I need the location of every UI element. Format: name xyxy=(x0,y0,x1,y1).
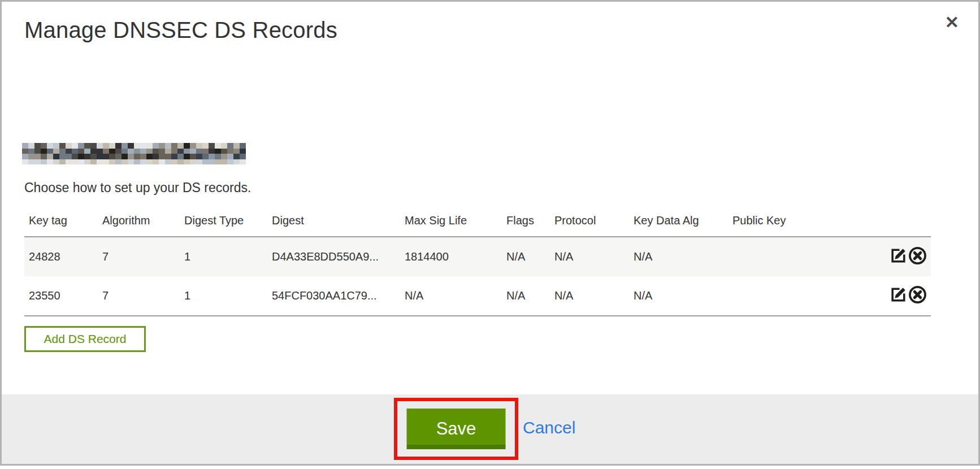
modal-footer: Save Cancel xyxy=(2,394,978,464)
table-cell xyxy=(728,276,818,316)
table-header-row: Key tagAlgorithmDigest TypeDigestMax Sig… xyxy=(24,206,931,237)
close-icon[interactable]: ✕ xyxy=(945,14,959,31)
header-cell: Public Key xyxy=(728,206,818,237)
domain-name-redacted xyxy=(22,143,246,164)
annotation-highlight-box: Save xyxy=(394,398,518,460)
header-cell: Protocol xyxy=(550,206,629,237)
header-cell: Digest xyxy=(267,206,400,237)
table-cell: 1814400 xyxy=(400,237,502,276)
header-cell: Digest Type xyxy=(180,206,267,237)
row-actions xyxy=(818,237,931,276)
table-cell: N/A xyxy=(502,276,550,316)
table-body: 2482871D4A33E8DD550A9...1814400N/AN/AN/A… xyxy=(24,237,931,316)
dnssec-modal: Manage DNSSEC DS Records ✕ Choose how to… xyxy=(0,0,980,466)
page-title: Manage DNSSEC DS Records xyxy=(24,18,337,43)
table-cell: 24828 xyxy=(24,237,98,276)
header-cell: Algorithm xyxy=(98,206,180,237)
header-cell: Flags xyxy=(502,206,550,237)
row-actions xyxy=(818,276,931,316)
table-cell: N/A xyxy=(629,276,728,316)
table-cell: N/A xyxy=(550,276,629,316)
table-cell: N/A xyxy=(629,237,728,276)
table-row: 2482871D4A33E8DD550A9...1814400N/AN/AN/A xyxy=(24,237,931,276)
cancel-link[interactable]: Cancel xyxy=(523,418,575,437)
table-cell: D4A33E8DD550A9... xyxy=(267,237,400,276)
table-cell xyxy=(728,237,818,276)
table-cell: 23550 xyxy=(24,276,98,316)
delete-icon[interactable] xyxy=(908,246,927,268)
ds-records-table: Key tagAlgorithmDigest TypeDigestMax Sig… xyxy=(24,206,931,316)
table-cell: 7 xyxy=(98,276,180,316)
table-cell: 1 xyxy=(180,237,267,276)
table-cell: 7 xyxy=(98,237,180,276)
delete-icon[interactable] xyxy=(908,285,927,307)
save-button[interactable]: Save xyxy=(407,409,506,449)
table-cell: 54FCF030AA1C79... xyxy=(267,276,400,316)
table-cell: N/A xyxy=(502,237,550,276)
ds-records-table-container: Key tagAlgorithmDigest TypeDigestMax Sig… xyxy=(24,206,931,316)
table-cell: N/A xyxy=(400,276,502,316)
header-cell: Key Data Alg xyxy=(629,206,728,237)
header-cell: Max Sig Life xyxy=(400,206,502,237)
add-ds-record-button[interactable]: Add DS Record xyxy=(24,326,146,352)
table-cell: N/A xyxy=(550,237,629,276)
instruction-text: Choose how to set up your DS records. xyxy=(24,180,251,196)
edit-icon[interactable] xyxy=(889,246,908,268)
edit-icon[interactable] xyxy=(889,285,908,307)
table-row: 235507154FCF030AA1C79...N/AN/AN/AN/A xyxy=(24,276,931,316)
header-cell: Key tag xyxy=(24,206,98,237)
table-cell: 1 xyxy=(180,276,267,316)
